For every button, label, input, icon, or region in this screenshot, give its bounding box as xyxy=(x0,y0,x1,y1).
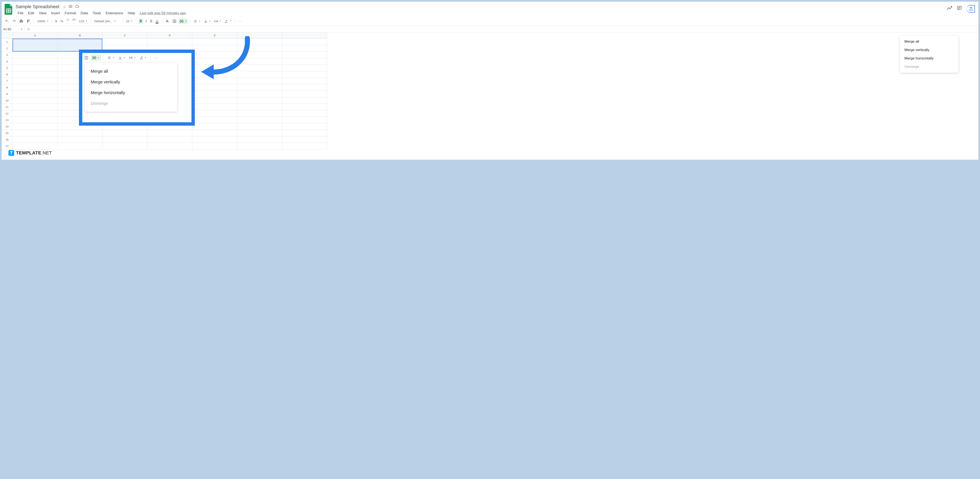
cell[interactable] xyxy=(237,110,282,117)
text-rotation-dropdown[interactable] xyxy=(223,19,232,24)
cell[interactable] xyxy=(282,45,327,52)
menu-file[interactable]: File xyxy=(16,10,25,16)
cell[interactable] xyxy=(102,39,147,45)
document-title[interactable]: Sample Spreadsheet xyxy=(16,4,59,10)
cell[interactable] xyxy=(237,84,282,91)
text-wrap-dropdown[interactable] xyxy=(213,19,222,24)
cell[interactable] xyxy=(147,39,192,45)
row-header[interactable]: 11 xyxy=(2,104,13,110)
menu-format[interactable]: Format xyxy=(62,10,78,16)
row-header[interactable]: 12 xyxy=(2,110,13,117)
redo-button[interactable] xyxy=(11,19,17,24)
cell[interactable] xyxy=(13,78,57,84)
row-header[interactable]: 14 xyxy=(2,123,13,130)
column-header[interactable]: D xyxy=(147,32,192,39)
row-header[interactable]: 15 xyxy=(2,130,13,136)
row-header[interactable]: 3 xyxy=(2,52,13,58)
move-icon[interactable] xyxy=(68,5,72,9)
vertical-align-dropdown[interactable] xyxy=(203,19,212,24)
merge-horizontally-item[interactable]: Merge horizontally xyxy=(900,54,959,62)
cell[interactable] xyxy=(192,130,237,136)
row-header[interactable]: 5 xyxy=(2,65,13,71)
row-header[interactable]: 4 xyxy=(2,58,13,65)
select-all-corner[interactable] xyxy=(2,32,13,39)
row-header[interactable]: 6 xyxy=(2,71,13,78)
cell[interactable] xyxy=(13,110,57,117)
cell[interactable] xyxy=(237,104,282,110)
cell[interactable] xyxy=(13,65,57,71)
column-header[interactable]: C xyxy=(102,32,147,39)
cell[interactable] xyxy=(13,117,57,123)
cell[interactable] xyxy=(192,97,237,104)
cell[interactable] xyxy=(13,143,57,149)
cell[interactable] xyxy=(13,123,57,130)
cell[interactable] xyxy=(57,39,102,45)
menu-view[interactable]: View xyxy=(37,10,49,16)
text-color-button[interactable]: A xyxy=(154,18,160,24)
activity-icon[interactable] xyxy=(947,6,952,12)
cell[interactable] xyxy=(13,71,57,78)
merge-vertically-item[interactable]: Merge vertically xyxy=(900,46,959,54)
borders-button[interactable] xyxy=(171,19,178,24)
cell[interactable] xyxy=(147,143,192,149)
row-header[interactable]: 17 xyxy=(2,143,13,149)
cell[interactable] xyxy=(13,136,57,143)
cell[interactable] xyxy=(13,130,57,136)
menu-tools[interactable]: Tools xyxy=(91,10,103,16)
cell[interactable] xyxy=(282,65,327,71)
cell[interactable] xyxy=(237,130,282,136)
increase-decimal-button[interactable]: .00→ xyxy=(71,18,77,25)
cell[interactable] xyxy=(282,91,327,97)
cell[interactable] xyxy=(282,104,327,110)
share-button[interactable] xyxy=(967,5,975,13)
cell[interactable] xyxy=(13,58,57,65)
cell[interactable] xyxy=(237,97,282,104)
paint-format-button[interactable] xyxy=(25,19,32,24)
cell[interactable] xyxy=(192,143,237,149)
cell[interactable] xyxy=(192,104,237,110)
cell[interactable] xyxy=(282,71,327,78)
cell[interactable] xyxy=(237,117,282,123)
row-header[interactable]: 8 xyxy=(2,84,13,91)
merge-cells-dropdown[interactable] xyxy=(178,19,188,24)
cell[interactable] xyxy=(282,58,327,65)
cell[interactable] xyxy=(147,130,192,136)
cell[interactable] xyxy=(237,123,282,130)
italic-button[interactable]: I xyxy=(144,18,148,24)
strikethrough-button[interactable]: S xyxy=(149,19,154,24)
font-size-dropdown[interactable]: 10 xyxy=(125,19,134,24)
cell[interactable] xyxy=(282,97,327,104)
cell[interactable] xyxy=(192,110,237,117)
row-header[interactable]: 13 xyxy=(2,117,13,123)
cell[interactable] xyxy=(282,78,327,84)
cell[interactable] xyxy=(147,136,192,143)
cell[interactable] xyxy=(192,123,237,130)
fill-color-button[interactable] xyxy=(164,19,170,24)
menu-data[interactable]: Data xyxy=(78,10,90,16)
menu-extensions[interactable]: Extensions xyxy=(103,10,125,16)
bold-button[interactable]: B xyxy=(138,18,143,24)
merge-all-item[interactable]: Merge all xyxy=(900,37,959,46)
cell[interactable] xyxy=(282,130,327,136)
row-header[interactable]: 16 xyxy=(2,136,13,143)
print-button[interactable] xyxy=(18,19,24,24)
cell[interactable] xyxy=(237,136,282,143)
percent-button[interactable]: % xyxy=(59,19,64,24)
cell[interactable] xyxy=(192,84,237,91)
cell[interactable] xyxy=(57,136,102,143)
cell[interactable] xyxy=(282,39,327,45)
undo-button[interactable] xyxy=(4,19,10,24)
comments-icon[interactable] xyxy=(957,6,962,12)
cell[interactable] xyxy=(282,117,327,123)
row-header[interactable]: 9 xyxy=(2,91,13,97)
cell[interactable] xyxy=(57,130,102,136)
cell[interactable] xyxy=(192,91,237,97)
column-header[interactable] xyxy=(282,32,327,39)
column-header[interactable]: B xyxy=(57,32,102,39)
name-box[interactable]: A1:B2▼ xyxy=(2,26,24,32)
more-formats-dropdown[interactable]: 123 xyxy=(78,19,89,24)
cell[interactable] xyxy=(282,123,327,130)
row-header[interactable]: 1 xyxy=(2,39,13,45)
sheets-logo[interactable] xyxy=(4,3,13,15)
cell[interactable] xyxy=(192,117,237,123)
